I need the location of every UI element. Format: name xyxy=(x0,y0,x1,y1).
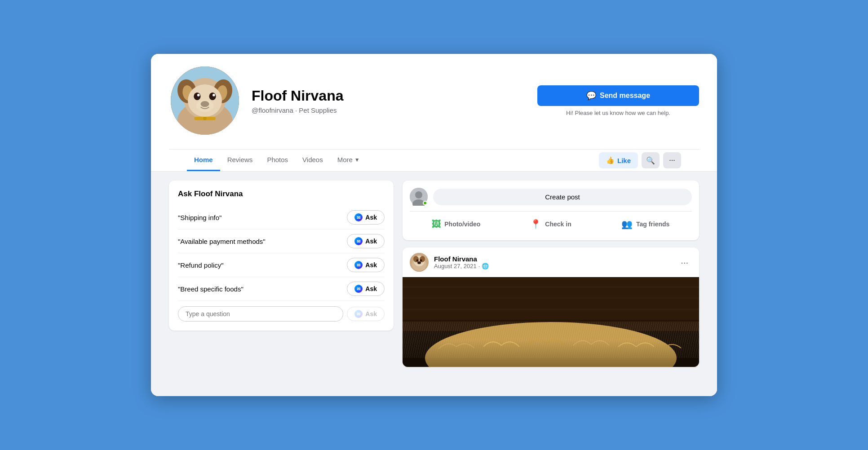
svg-point-25 xyxy=(420,260,422,262)
profile-name: Floof Nirvana xyxy=(252,87,537,104)
post-header: Floof Nirvana August 27, 2021 · 🌐 ··· xyxy=(403,247,699,277)
send-message-label: Send message xyxy=(600,92,650,100)
svg-point-15 xyxy=(203,117,207,120)
ask-question-1: "Available payment methods" xyxy=(178,238,266,245)
ask-question-3: "Breed specific foods" xyxy=(178,285,244,293)
svg-point-24 xyxy=(416,260,419,262)
profile-header: Floof Nirvana @floofnirvana · Pet Suppli… xyxy=(151,54,717,172)
ask-row-2: "Refund policy" ✉ Ask xyxy=(178,253,385,277)
image-gradient-overlay xyxy=(403,340,699,367)
check-in-button[interactable]: 📍 Check in xyxy=(505,215,598,233)
photo-icon: 🖼 xyxy=(432,219,441,229)
search-button[interactable]: 🔍 xyxy=(642,152,660,168)
send-message-hint: Hi! Please let us know how we can help. xyxy=(566,110,670,116)
tab-reviews[interactable]: Reviews xyxy=(220,150,260,171)
left-panel: Ask Floof Nirvana "Shipping info" ✉ Ask … xyxy=(169,181,394,387)
avatar-dog-image xyxy=(171,66,239,135)
messenger-icon-custom: ✉ xyxy=(354,310,363,318)
tab-home[interactable]: Home xyxy=(187,150,220,171)
post-author-name: Floof Nirvana xyxy=(434,255,672,263)
create-post-input[interactable]: Create post xyxy=(433,189,692,205)
profile-info: Floof Nirvana @floofnirvana · Pet Suppli… xyxy=(252,87,537,114)
svg-point-9 xyxy=(209,93,216,100)
globe-icon-symbol: 🌐 xyxy=(482,263,489,269)
svg-point-11 xyxy=(213,94,215,97)
like-label: Like xyxy=(617,157,631,164)
ask-row-1: "Available payment methods" ✉ Ask xyxy=(178,229,385,253)
globe-icon: · xyxy=(478,263,480,269)
tag-friends-button[interactable]: 👥 Tag friends xyxy=(599,215,692,233)
ellipsis-icon: ··· xyxy=(669,156,675,164)
post-meta: Floof Nirvana August 27, 2021 · 🌐 xyxy=(434,255,672,269)
online-indicator xyxy=(423,201,427,205)
like-button[interactable]: 👍 Like xyxy=(599,152,638,168)
browser-window: Floof Nirvana @floofnirvana · Pet Suppli… xyxy=(151,54,717,396)
main-content: Ask Floof Nirvana "Shipping info" ✉ Ask … xyxy=(151,172,717,396)
nav-tabs: Home Reviews Photos Videos More ▼ 👍 Like xyxy=(169,149,699,171)
messenger-icon-1: ✉ xyxy=(354,237,363,245)
profile-top: Floof Nirvana @floofnirvana · Pet Suppli… xyxy=(169,65,699,146)
ask-card-title: Ask Floof Nirvana xyxy=(178,190,385,199)
ask-button-1[interactable]: ✉ Ask xyxy=(347,234,385,248)
ask-card: Ask Floof Nirvana "Shipping info" ✉ Ask … xyxy=(169,181,394,331)
send-message-area: 💬 Send message Hi! Please let us know ho… xyxy=(537,85,699,116)
question-input[interactable] xyxy=(178,306,343,322)
messenger-icon-btn: 💬 xyxy=(586,91,596,101)
more-options-button[interactable]: ··· xyxy=(663,152,681,168)
create-post-card: Create post 🖼 Photo/video 📍 Check in 👥 T… xyxy=(403,181,699,240)
send-message-button[interactable]: 💬 Send message xyxy=(537,85,699,106)
messenger-icon-3: ✉ xyxy=(354,285,363,293)
svg-rect-29 xyxy=(403,286,699,288)
svg-point-10 xyxy=(197,94,200,97)
check-in-label: Check in xyxy=(545,221,571,228)
current-user-avatar xyxy=(410,188,428,206)
tab-photos[interactable]: Photos xyxy=(260,150,295,171)
ask-button-2[interactable]: ✉ Ask xyxy=(347,258,385,272)
post-author-avatar xyxy=(410,253,429,272)
tab-more[interactable]: More ▼ xyxy=(330,150,367,171)
tab-videos[interactable]: Videos xyxy=(295,150,330,171)
question-input-row: ✉ Ask xyxy=(178,306,385,322)
ask-question-0: "Shipping info" xyxy=(178,214,221,221)
ask-custom-button[interactable]: ✉ Ask xyxy=(347,307,385,321)
photo-video-button[interactable]: 🖼 Photo/video xyxy=(410,215,503,233)
create-post-top: Create post xyxy=(410,188,692,206)
svg-point-8 xyxy=(194,93,200,100)
ask-row-3: "Breed specific foods" ✉ Ask xyxy=(178,277,385,301)
thumbs-up-icon: 👍 xyxy=(606,156,615,164)
create-post-actions: 🖼 Photo/video 📍 Check in 👥 Tag friends xyxy=(410,211,692,233)
right-panel: Create post 🖼 Photo/video 📍 Check in 👥 T… xyxy=(403,181,699,387)
post-options-button[interactable]: ··· xyxy=(677,256,692,269)
post-card: Floof Nirvana August 27, 2021 · 🌐 ··· xyxy=(403,247,699,367)
profile-sub: @floofnirvana · Pet Supplies xyxy=(252,106,537,114)
svg-point-13 xyxy=(196,100,213,112)
photo-video-label: Photo/video xyxy=(444,221,480,228)
svg-rect-30 xyxy=(403,297,699,299)
ask-question-2: "Refund policy" xyxy=(178,261,224,269)
chevron-down-icon: ▼ xyxy=(354,157,360,163)
nav-actions: 👍 Like 🔍 ··· xyxy=(599,152,681,168)
messenger-icon-0: ✉ xyxy=(354,213,363,221)
svg-rect-31 xyxy=(403,309,699,310)
svg-rect-32 xyxy=(403,320,699,321)
tag-friends-label: Tag friends xyxy=(636,221,669,228)
svg-point-17 xyxy=(415,191,422,199)
post-image xyxy=(403,277,699,367)
ask-button-0[interactable]: ✉ Ask xyxy=(347,210,385,225)
ask-row-0: "Shipping info" ✉ Ask xyxy=(178,206,385,229)
post-date: August 27, 2021 · 🌐 xyxy=(434,263,672,269)
location-icon: 📍 xyxy=(530,219,541,229)
search-icon: 🔍 xyxy=(646,156,655,165)
messenger-icon-2: ✉ xyxy=(354,261,363,269)
tag-icon: 👥 xyxy=(621,219,633,229)
profile-avatar xyxy=(169,65,241,137)
svg-point-26 xyxy=(417,261,421,264)
ask-button-3[interactable]: ✉ Ask xyxy=(347,282,385,296)
